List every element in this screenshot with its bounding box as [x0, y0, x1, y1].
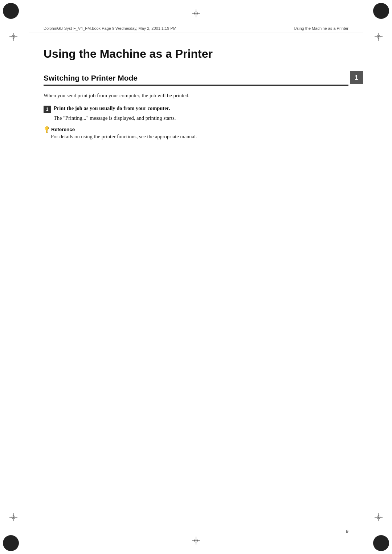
reference-label-text: Reference — [51, 127, 75, 132]
corner-mark-tr — [373, 3, 389, 19]
step-detail: The "Printing..." message is displayed, … — [54, 115, 348, 121]
chapter-tab: 1 — [350, 71, 363, 84]
page-number: 9 — [346, 529, 348, 534]
corner-mark-bl — [3, 535, 19, 551]
header-line — [29, 33, 363, 33]
reference-label: 🔑 Reference — [44, 126, 348, 132]
page: DolphinGB-Syst-F_V4_FM.book Page 9 Wedne… — [0, 0, 392, 554]
crosshair-right-top — [375, 33, 383, 41]
section-heading: Switching to Printer Mode — [44, 74, 348, 86]
step-item: 1 Print the job as you usually do from y… — [44, 105, 348, 113]
reference-text: For details on using the printer functio… — [44, 134, 348, 140]
content-area: Using the Machine as a Printer Switching… — [44, 36, 348, 140]
intro-paragraph: When you send print job from your comput… — [44, 91, 348, 99]
chapter-title: Using the Machine as a Printer — [44, 47, 348, 63]
crosshair-right-bottom — [375, 513, 383, 521]
header-section-title: Using the Machine as a Printer — [294, 26, 348, 30]
corner-mark-br — [373, 535, 389, 551]
corner-mark-tl — [3, 3, 19, 19]
step-number-icon: 1 — [44, 106, 51, 113]
crosshair-bottom-center — [192, 537, 200, 545]
crosshair-top-center — [192, 9, 200, 17]
reference-block: 🔑 Reference For details on using the pri… — [44, 126, 348, 140]
header-file-info: DolphinGB-Syst-F_V4_FM.book Page 9 Wedne… — [44, 26, 176, 30]
step-text: Print the job as you usually do from you… — [54, 105, 170, 111]
crosshair-left-bottom — [9, 513, 17, 521]
crosshair-left-top — [9, 33, 17, 41]
key-icon: 🔑 — [42, 125, 51, 134]
